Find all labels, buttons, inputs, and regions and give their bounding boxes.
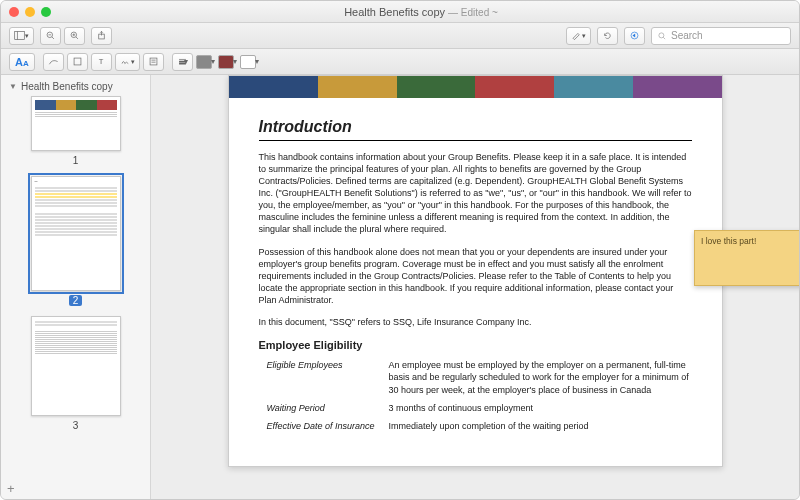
thumbnail-2[interactable]: — 2 xyxy=(9,176,142,306)
line-weight-button[interactable]: ▾ xyxy=(172,53,193,71)
document-view[interactable]: Introduction This handbook contains info… xyxy=(151,75,799,499)
sticky-note[interactable]: I love this part! xyxy=(694,230,799,286)
chevron-down-icon: ▾ xyxy=(211,57,215,66)
edited-indicator: — Edited ~ xyxy=(448,7,498,18)
note-button[interactable] xyxy=(143,53,164,71)
paragraph: In this document, "SSQ" refers to SSQ, L… xyxy=(259,316,692,328)
row-value: 3 months of continuous employment xyxy=(389,402,692,414)
svg-point-11 xyxy=(659,32,664,37)
paragraph: Possession of this handbook alone does n… xyxy=(259,246,692,307)
add-page-button[interactable]: + xyxy=(7,481,15,496)
svg-rect-13 xyxy=(74,58,81,65)
title-text: Health Benefits copy xyxy=(344,6,445,18)
fill-color-swatch[interactable] xyxy=(218,55,234,69)
markup-button[interactable] xyxy=(624,27,645,45)
row-value: An employee must be employed by the empl… xyxy=(389,359,692,395)
thumbnail-number: 3 xyxy=(73,420,79,431)
text-color-swatch[interactable] xyxy=(240,55,256,69)
eligibility-row: Waiting Period 3 months of continuous em… xyxy=(259,402,692,414)
svg-rect-0 xyxy=(15,31,25,39)
chevron-down-icon: ▾ xyxy=(255,57,259,66)
page-thumbnail[interactable] xyxy=(31,96,121,151)
content-area: ▼ Health Benefits copy 1 — 2 xyxy=(1,75,799,499)
sidebar-title: Health Benefits copy xyxy=(21,81,113,92)
heading-introduction: Introduction xyxy=(259,116,692,141)
heading-employee-eligibility: Employee Eligibility xyxy=(259,338,692,353)
thumbnail-3[interactable]: 3 xyxy=(9,316,142,431)
window-title: Health Benefits copy — Edited ~ xyxy=(51,6,791,18)
thumbnail-number: 1 xyxy=(73,155,79,166)
svg-line-3 xyxy=(52,37,54,39)
zoom-out-button[interactable] xyxy=(40,27,61,45)
traffic-lights xyxy=(9,7,51,17)
row-label: Waiting Period xyxy=(259,402,389,414)
markup-toolbar: AA T ▾ ▾ ▾ ▾ ▾ xyxy=(1,49,799,75)
titlebar[interactable]: Health Benefits copy — Edited ~ xyxy=(1,1,799,23)
svg-rect-15 xyxy=(150,58,157,65)
main-toolbar: ▾ ▾ Search xyxy=(1,23,799,49)
rotate-button[interactable] xyxy=(597,27,618,45)
zoom-window-button[interactable] xyxy=(41,7,51,17)
row-label: Effective Date of Insurance xyxy=(259,420,389,432)
svg-line-6 xyxy=(76,37,78,39)
row-label: Eligible Employees xyxy=(259,359,389,395)
document-page: Introduction This handbook contains info… xyxy=(228,75,723,467)
text-button[interactable]: T xyxy=(91,53,112,71)
paragraph: This handbook contains information about… xyxy=(259,151,692,236)
thumbnail-1[interactable]: 1 xyxy=(9,96,142,166)
sign-button[interactable]: ▾ xyxy=(115,53,140,71)
page-thumbnail[interactable] xyxy=(31,316,121,416)
row-value: Immediately upon completion of the waiti… xyxy=(389,420,692,432)
close-window-button[interactable] xyxy=(9,7,19,17)
zoom-in-button[interactable] xyxy=(64,27,85,45)
app-window: Health Benefits copy — Edited ~ ▾ ▾ Sear… xyxy=(0,0,800,500)
disclosure-triangle-icon[interactable]: ▼ xyxy=(9,82,17,91)
thumbnail-number: 2 xyxy=(69,295,83,306)
chevron-down-icon: ▾ xyxy=(233,57,237,66)
search-placeholder: Search xyxy=(671,30,703,41)
minimize-window-button[interactable] xyxy=(25,7,35,17)
share-button[interactable] xyxy=(91,27,112,45)
sidebar-header[interactable]: ▼ Health Benefits copy xyxy=(9,79,142,96)
eligibility-row: Effective Date of Insurance Immediately … xyxy=(259,420,692,432)
sketch-button[interactable] xyxy=(43,53,64,71)
svg-text:T: T xyxy=(98,57,103,66)
search-field[interactable]: Search xyxy=(651,27,791,45)
thumbnails-sidebar: ▼ Health Benefits copy 1 — 2 xyxy=(1,75,151,499)
shapes-button[interactable] xyxy=(67,53,88,71)
svg-line-12 xyxy=(663,37,665,39)
stroke-color-swatch[interactable] xyxy=(196,55,212,69)
sticky-note-text[interactable]: I love this part! xyxy=(701,236,756,246)
search-icon xyxy=(657,31,667,41)
view-mode-button[interactable]: ▾ xyxy=(9,27,34,45)
page-thumbnail[interactable]: — xyxy=(31,176,121,291)
header-image-stripe xyxy=(229,76,722,98)
highlight-button[interactable]: ▾ xyxy=(566,27,591,45)
eligibility-row: Eligible Employees An employee must be e… xyxy=(259,359,692,395)
text-style-button[interactable]: AA xyxy=(9,53,35,71)
